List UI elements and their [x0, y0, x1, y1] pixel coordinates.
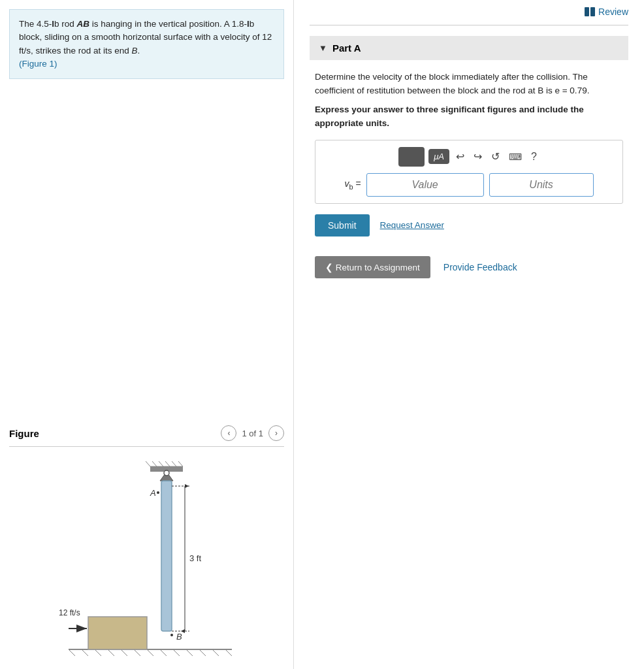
- toolbar: μΑ ↩ ↪ ↺ ⌨ ?: [322, 147, 616, 167]
- submit-button[interactable]: Submit: [315, 214, 370, 237]
- svg-line-9: [173, 649, 180, 656]
- svg-point-23: [164, 470, 169, 476]
- question-text: Determine the velocity of the block imme…: [310, 71, 628, 131]
- value-units-row: vb =: [322, 173, 616, 197]
- vb-subscript: b: [349, 183, 353, 191]
- right-panel: Review ▼ Part A Determine the velocity o…: [294, 0, 644, 669]
- svg-line-6: [134, 649, 140, 656]
- units-input[interactable]: [489, 173, 594, 197]
- figure-next-button[interactable]: ›: [268, 425, 284, 441]
- mu-button[interactable]: μΑ: [428, 149, 449, 164]
- svg-rect-24: [161, 481, 172, 631]
- svg-text:3 ft: 3 ft: [189, 553, 201, 563]
- figure-page-label: 1 of 1: [242, 429, 263, 438]
- vb-label: vb =: [344, 178, 361, 191]
- problem-text: The 4.5-lb rod AB is hanging in the vert…: [19, 19, 272, 56]
- svg-line-20: [172, 461, 176, 466]
- svg-line-11: [199, 649, 206, 656]
- submit-row: Submit Request Answer: [310, 214, 628, 237]
- part-a-title: Part A: [332, 42, 361, 54]
- svg-point-28: [170, 634, 173, 636]
- svg-line-21: [178, 461, 183, 466]
- svg-text:A: A: [150, 488, 156, 498]
- part-a-header: ▼ Part A: [310, 36, 628, 60]
- redo-button[interactable]: ↪: [471, 149, 485, 164]
- part-arrow-icon: ▼: [319, 43, 327, 53]
- svg-text:12 ft/s: 12 ft/s: [59, 608, 80, 617]
- svg-text:B: B: [176, 632, 182, 642]
- figure-nav: ‹ 1 of 1 ›: [221, 425, 284, 441]
- vb-equals: =: [355, 178, 361, 189]
- figure-title: Figure: [9, 428, 39, 439]
- svg-line-4: [108, 649, 114, 656]
- matrix-button[interactable]: [398, 147, 425, 167]
- figure-section: Figure ‹ 1 of 1 ›: [0, 420, 293, 669]
- bold-instruction: Express your answer to three significant…: [315, 103, 623, 131]
- svg-line-16: [146, 461, 150, 466]
- review-icon: [585, 7, 595, 16]
- left-panel: The 4.5-lb rod AB is hanging in the vert…: [0, 0, 294, 669]
- svg-line-18: [159, 461, 163, 466]
- help-button[interactable]: ?: [528, 150, 539, 164]
- diagram-svg: A B 3 ft 12 ft/s: [36, 453, 258, 669]
- undo-button[interactable]: ↩: [453, 149, 467, 164]
- svg-line-19: [165, 461, 170, 466]
- figure-prev-button[interactable]: ‹: [221, 425, 236, 441]
- svg-line-10: [186, 649, 193, 656]
- svg-line-13: [225, 649, 232, 656]
- review-area: Review: [310, 7, 628, 17]
- review-link[interactable]: Review: [585, 7, 628, 17]
- svg-line-2: [82, 649, 88, 656]
- return-to-assignment-button[interactable]: ❮ Return to Assignment: [315, 256, 430, 278]
- question-text-1: Determine the velocity of the block imme…: [315, 72, 589, 95]
- provide-feedback-link[interactable]: Provide Feedback: [443, 262, 517, 272]
- request-answer-button[interactable]: Request Answer: [380, 220, 444, 230]
- refresh-button[interactable]: ↺: [489, 149, 502, 164]
- svg-point-26: [157, 491, 159, 494]
- svg-line-12: [212, 649, 219, 656]
- keyboard-button[interactable]: ⌨: [506, 150, 524, 163]
- svg-line-1: [69, 649, 75, 656]
- figure-link[interactable]: (Figure 1): [19, 59, 57, 69]
- figure-header: Figure ‹ 1 of 1 ›: [9, 420, 284, 447]
- svg-rect-33: [88, 617, 147, 649]
- svg-line-5: [121, 649, 127, 656]
- review-label: Review: [598, 7, 628, 17]
- svg-line-7: [147, 649, 153, 656]
- svg-line-17: [152, 461, 157, 466]
- answer-box: μΑ ↩ ↪ ↺ ⌨ ? vb =: [315, 140, 623, 204]
- top-divider: [310, 25, 628, 25]
- figure-image: A B 3 ft 12 ft/s: [9, 447, 284, 669]
- value-input[interactable]: [366, 173, 484, 197]
- bottom-buttons: ❮ Return to Assignment Provide Feedback: [310, 256, 628, 278]
- problem-text-box: The 4.5-lb rod AB is hanging in the vert…: [9, 9, 284, 79]
- svg-line-3: [95, 649, 101, 656]
- svg-line-8: [160, 649, 167, 656]
